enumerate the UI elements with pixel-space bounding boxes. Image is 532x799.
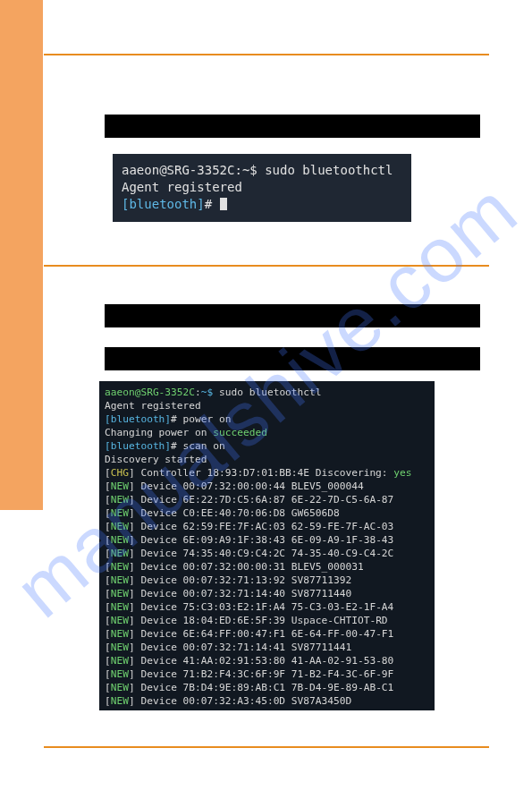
terminal-2-device-line: [NEW] Device 71:B2:F4:3C:6F:9F 71-B2-F4-… <box>105 667 429 681</box>
terminal-2-device-line: [NEW] Device 00:07:32:71:14:41 SV8771144… <box>105 641 429 654</box>
terminal-2-device-line: [NEW] Device 00:07:32:71:14:40 SV8771144… <box>105 587 429 600</box>
terminal-2-line-discovery: Discovery started <box>105 453 429 466</box>
terminal-2-device-line: [NEW] Device 75:C3:03:E2:1F:A4 75-C3-03-… <box>105 600 429 614</box>
terminal-2-device-line: [NEW] Device 74:35:40:C9:C4:2C 74-35-40-… <box>105 547 429 560</box>
terminal-1-user: aaeon@SRG-3352C <box>122 163 234 177</box>
left-orange-bar <box>0 0 43 510</box>
terminal-1: aaeon@SRG-3352C:~$ sudo bluetoothctl Age… <box>113 154 411 222</box>
terminal-2-device-line: [NEW] Device 6E:09:A9:1F:38:43 6E-09-A9-… <box>105 533 429 547</box>
terminal-2-device-line: [NEW] Device 00:07:32:00:00:31 BLEV5_000… <box>105 560 429 574</box>
terminal-2-line-changing: Changing power on succeeded <box>105 426 429 439</box>
redacted-bar-2 <box>105 304 480 327</box>
terminal-2-device-line: [NEW] Device 00:07:32:00:00:44 BLEV5_000… <box>105 480 429 493</box>
divider-3 <box>44 746 489 748</box>
terminal-1-line-3: [bluetooth]# <box>122 196 402 213</box>
terminal-2-line-power: [bluetooth]# power on <box>105 412 429 426</box>
terminal-2-device-line: [NEW] Device 00:07:32:A3:45:0D SV87A3450… <box>105 694 429 708</box>
terminal-2-device-line: [NEW] Device 18:04:ED:6E:5F:39 Uspace-CH… <box>105 614 429 627</box>
terminal-2-device-line: [NEW] Device 00:07:32:71:13:92 SV8771139… <box>105 574 429 587</box>
redacted-bar-1 <box>105 115 480 138</box>
terminal-2-device-line: [NEW] Device 7B:D4:9E:89:AB:C1 7B-D4-9E-… <box>105 681 429 694</box>
terminal-2-line-cmd1: aaeon@SRG-3352C:~$ sudo bluetoothctl <box>105 386 429 399</box>
terminal-2-device-line: [NEW] Device 41:AA:02:91:53:80 41-AA-02-… <box>105 654 429 667</box>
cursor-icon <box>220 198 227 210</box>
terminal-1-line-1: aaeon@SRG-3352C:~$ sudo bluetoothctl <box>122 162 402 179</box>
terminal-1-line-2: Agent registered <box>122 179 402 196</box>
terminal-2-line-scan: [bluetooth]# scan on <box>105 439 429 453</box>
terminal-2-device-line: [NEW] Device 6E:64:FF:00:47:F1 6E-64-FF-… <box>105 627 429 641</box>
terminal-2-device-line: [NEW] Device 6E:22:7D:C5:6A:87 6E-22-7D-… <box>105 493 429 506</box>
terminal-2-device-line: [NEW] Device 62:59:FE:7F:AC:03 62-59-FE-… <box>105 520 429 533</box>
terminal-1-cmd: sudo bluetoothctl <box>265 163 393 177</box>
bluetooth-prompt-1: [bluetooth] <box>122 197 205 211</box>
redacted-bar-3 <box>105 347 480 370</box>
terminal-2-line-chg: [CHG] Controller 18:93:D7:01:BB:4E Disco… <box>105 466 429 480</box>
terminal-2-device-line: [NEW] Device C0:EE:40:70:06:D8 GW6506D8 <box>105 506 429 520</box>
terminal-2: aaeon@SRG-3352C:~$ sudo bluetoothctl Age… <box>99 381 435 710</box>
terminal-2-line-agent: Agent registered <box>105 399 429 412</box>
page-content: aaeon@SRG-3352C:~$ sudo bluetoothctl Age… <box>44 54 489 784</box>
